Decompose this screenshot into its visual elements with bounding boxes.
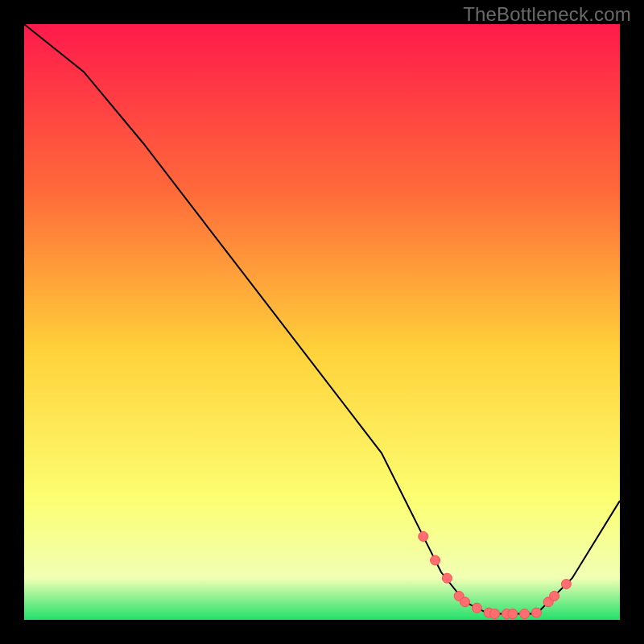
- curve-point: [531, 608, 541, 617]
- curve-point: [508, 609, 518, 619]
- heatmap-background: [24, 24, 620, 620]
- curve-point: [561, 580, 571, 589]
- curve-point: [490, 609, 500, 619]
- bottleneck-curve-chart: [24, 24, 620, 620]
- plot-area: [24, 24, 620, 620]
- watermark-label: TheBottleneck.com: [463, 3, 631, 26]
- chart-container: TheBottleneck.com: [0, 0, 644, 644]
- curve-point: [520, 609, 530, 619]
- curve-point: [472, 603, 481, 613]
- curve-point: [460, 597, 470, 607]
- curve-point: [431, 555, 440, 565]
- curve-point: [442, 573, 452, 583]
- curve-point: [419, 531, 428, 541]
- curve-point: [550, 591, 559, 601]
